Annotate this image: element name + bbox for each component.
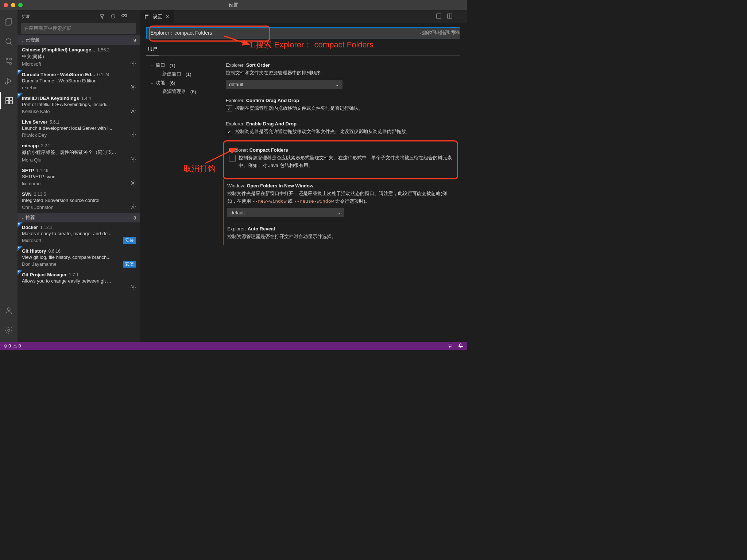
setting-title: Window: Open Folders In New Window: [227, 183, 455, 188]
extension-item[interactable]: SVN2.13.5Integrated Subversion source co…: [18, 189, 140, 213]
gear-icon[interactable]: [130, 180, 136, 187]
gear-icon[interactable]: [130, 84, 136, 91]
gear-icon[interactable]: [130, 132, 136, 139]
annotation-highlight: Explorer: Compact Folders控制资源管理器是否应以紧凑形式…: [223, 140, 458, 179]
setting-desc: 控制资源管理器是否应以紧凑形式呈现文件夹。在这种形式中，单个子文件夹将被压缩在组…: [239, 154, 452, 170]
setting-desc: 控制文件夹是应在新窗口中打开，还是应替换上次处于活动状态的窗口。请注意，此设置可…: [227, 190, 455, 205]
settings-search[interactable]: 找到 7 个设置: [146, 27, 460, 39]
install-button[interactable]: 安装: [123, 237, 136, 244]
tab-settings[interactable]: 设置 ✕: [140, 10, 174, 23]
checkbox[interactable]: [226, 129, 232, 135]
select-dropdown[interactable]: default⌄: [226, 80, 342, 89]
ext-publisher: liximomo: [22, 181, 40, 186]
account-icon[interactable]: [0, 302, 18, 319]
debug-icon[interactable]: [0, 72, 18, 90]
extension-item[interactable]: minapp2.2.2微信小程序标签、属性的智能补全（同时支...Mora Qi…: [18, 141, 140, 166]
bell-icon[interactable]: [458, 343, 463, 349]
ext-name: Git History: [22, 248, 46, 254]
installed-section[interactable]: ⌄ 已安装 9: [18, 35, 140, 45]
ext-publisher: Chris Johnston: [22, 205, 54, 210]
setting-item: Explorer: Confirm Drag And Drop控制在资源管理器内…: [223, 94, 458, 117]
gear-icon[interactable]: [130, 108, 136, 115]
ext-version: 1.7.1: [69, 272, 79, 277]
svg-point-4: [10, 63, 12, 65]
window-close[interactable]: [4, 3, 8, 7]
editor-tabs: 设置 ✕ ···: [140, 10, 467, 23]
more-icon[interactable]: ···: [132, 13, 135, 20]
activity-bar: [0, 10, 18, 342]
extension-item[interactable]: SFTP1.12.9SFTP/FTP syncliximomo: [18, 166, 140, 189]
more-icon[interactable]: ···: [458, 14, 462, 19]
gear-icon[interactable]: [130, 204, 136, 211]
scm-icon[interactable]: [0, 52, 18, 70]
sidebar-title: 扩展: [22, 14, 30, 19]
setting-desc: 控制浏览器是否允许通过拖放移动文件和文件夹。此设置仅影响从浏览器内部拖放。: [235, 128, 411, 136]
svg-point-18: [132, 206, 134, 207]
gear-icon[interactable]: [130, 61, 136, 67]
feedback-icon[interactable]: [448, 343, 453, 349]
ext-version: 2.2.2: [41, 143, 51, 148]
search-icon[interactable]: [0, 33, 18, 50]
toc-new-window[interactable]: 新建窗口 (1): [146, 70, 223, 78]
star-badge: [18, 270, 23, 275]
scope-user[interactable]: 用户: [146, 43, 159, 55]
window-maximize[interactable]: [18, 3, 23, 7]
checkbox[interactable]: [226, 105, 232, 112]
ext-desc: SFTP/FTP sync: [22, 174, 136, 179]
extension-item[interactable]: Git Project Manager1.7.1Allows you to ch…: [18, 270, 140, 293]
gear-icon[interactable]: [0, 322, 18, 339]
settings-toc: ⌄窗口 (1) 新建窗口 (1) ⌄功能 (6) 资源管理器 (6): [146, 59, 223, 342]
last-sync: 上次同步时间: 现在: [423, 29, 460, 35]
extension-item[interactable]: Docker1.12.1Makes it easy to create, man…: [18, 222, 140, 246]
extension-item[interactable]: Live Server5.6.1Launch a development loc…: [18, 117, 140, 141]
svg-rect-9: [9, 97, 12, 100]
svg-point-1: [6, 39, 11, 44]
window-title: 设置: [229, 2, 238, 8]
extension-item[interactable]: Git History0.6.16View git log, file hist…: [18, 246, 140, 270]
clear-icon[interactable]: ⌫: [121, 13, 127, 20]
svg-point-10: [7, 308, 10, 311]
layout-icon[interactable]: [447, 13, 453, 20]
select-dropdown[interactable]: default⌄: [227, 208, 344, 217]
status-warnings[interactable]: ⚠ 0: [13, 343, 21, 349]
setting-desc: 控制在资源管理器内拖放移动文件或文件夹时是否进行确认。: [235, 105, 363, 112]
extension-item[interactable]: Darcula Theme - WebStorm Ed...0.1.24Darc…: [18, 70, 140, 93]
window-minimize[interactable]: [11, 3, 15, 7]
ext-version: 0.1.24: [97, 72, 109, 77]
ext-name: Live Server: [22, 119, 47, 125]
split-icon[interactable]: [436, 13, 442, 20]
extension-item[interactable]: Chinese (Simplified) Language...1.56.2中文…: [18, 45, 140, 70]
extension-search[interactable]: 在应用商店中搜索扩展: [21, 23, 136, 34]
ext-desc: Makes it easy to create, manage, and de.…: [22, 231, 136, 236]
star-badge: [18, 222, 23, 228]
ext-desc: Launch a development local Server with l…: [22, 125, 136, 131]
checkbox[interactable]: [229, 155, 236, 162]
setting-title: Explorer: Sort Order: [226, 62, 455, 68]
extension-item[interactable]: IntelliJ IDEA Keybindings1.4.4Port of In…: [18, 93, 140, 117]
svg-point-12: [132, 63, 134, 64]
toc-feature[interactable]: ⌄功能 (6): [146, 78, 223, 87]
toc-explorer[interactable]: 资源管理器 (6): [146, 87, 223, 96]
explorer-icon[interactable]: [0, 13, 18, 31]
svg-rect-6: [6, 97, 9, 100]
gear-icon[interactable]: [130, 284, 136, 291]
svg-point-3: [6, 58, 8, 60]
filter-icon[interactable]: [99, 13, 105, 20]
recommended-section[interactable]: ⌄ 推荐 8: [18, 213, 140, 222]
settings-list[interactable]: Explorer: Sort Order控制文件和文件夹在资源管理器中的排列顺序…: [223, 59, 460, 342]
chevron-down-icon: ⌄: [337, 210, 341, 215]
close-icon[interactable]: ✕: [165, 14, 169, 19]
ext-publisher: Microsoft: [22, 238, 41, 243]
setting-title: Explorer: Confirm Drag And Drop: [226, 98, 455, 103]
install-button[interactable]: 安装: [123, 261, 136, 268]
settings-search-input[interactable]: [149, 28, 420, 39]
refresh-icon[interactable]: [110, 13, 116, 20]
ext-publisher: Ritwick Dey: [22, 132, 47, 138]
extensions-icon[interactable]: [0, 92, 18, 109]
ext-name: Darcula Theme - WebStorm Ed...: [22, 72, 95, 77]
setting-title: Explorer: Enable Drag And Drop: [226, 121, 455, 127]
gear-icon[interactable]: [130, 156, 136, 163]
toc-window[interactable]: ⌄窗口 (1): [146, 61, 223, 70]
setting-item: Explorer: Sort Order控制文件和文件夹在资源管理器中的排列顺序…: [223, 59, 458, 94]
status-errors[interactable]: ⊘ 0: [4, 343, 11, 349]
